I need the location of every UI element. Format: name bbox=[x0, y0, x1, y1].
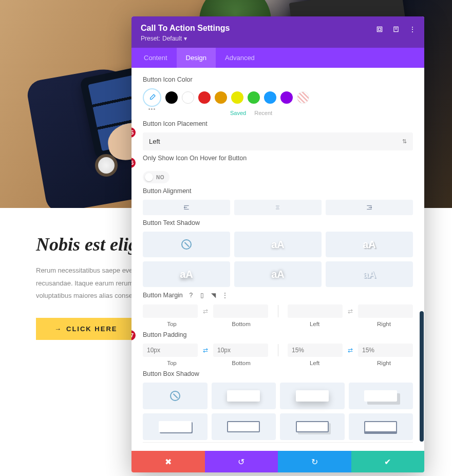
preset-selector[interactable]: Preset: Default ▾ bbox=[141, 35, 187, 42]
padding-bottom-input[interactable]: 10px bbox=[213, 344, 268, 357]
text-shadow-2[interactable]: aA bbox=[326, 232, 413, 257]
link-icon[interactable]: ⇄ bbox=[345, 308, 356, 315]
undo-icon: ↺ bbox=[238, 457, 244, 467]
box-shadow-none[interactable] bbox=[143, 383, 208, 409]
undo-button[interactable]: ↺ bbox=[205, 451, 278, 472]
swatch-black[interactable] bbox=[165, 91, 178, 104]
palette-tabs: Saved Recent bbox=[230, 110, 413, 116]
margin-bottom-input[interactable] bbox=[213, 304, 268, 318]
box-shadow-5[interactable] bbox=[212, 413, 276, 440]
tab-advanced[interactable]: Advanced bbox=[216, 48, 264, 68]
label-padding: Button Padding bbox=[143, 331, 413, 338]
margin-inputs: ⇄ ⇄ Top Bottom Left Right bbox=[143, 304, 413, 327]
text-shadow-none[interactable] bbox=[143, 232, 230, 257]
margin-top-input[interactable] bbox=[143, 304, 198, 318]
sizing-section-toggle[interactable]: Sizing ⌄ bbox=[143, 442, 413, 451]
box-shadow-3[interactable] bbox=[349, 383, 413, 409]
modal-footer: ✖ ↺ ↻ ✔ bbox=[131, 451, 424, 472]
padding-left-input[interactable]: 15% bbox=[288, 344, 343, 357]
box-shadow-6[interactable] bbox=[280, 413, 345, 440]
svg-rect-1 bbox=[379, 28, 381, 31]
save-button[interactable]: ✔ bbox=[351, 451, 425, 472]
swatch-purple[interactable] bbox=[280, 91, 293, 104]
align-center-button[interactable] bbox=[234, 200, 322, 215]
annotation-15: 15 bbox=[131, 127, 136, 138]
redo-button[interactable]: ↻ bbox=[278, 451, 351, 472]
swatch-none[interactable] bbox=[297, 91, 309, 104]
check-icon: ✔ bbox=[384, 457, 391, 467]
cta-label: CLICK HERE bbox=[66, 325, 117, 333]
expand-icon[interactable] bbox=[373, 23, 386, 36]
box-shadow-grid bbox=[143, 383, 413, 440]
text-shadow-grid: aA aA aA aA aA bbox=[143, 232, 413, 287]
color-swatch-row: ••• bbox=[143, 88, 413, 107]
none-icon bbox=[170, 391, 180, 401]
hover-icon[interactable]: ◥ bbox=[210, 291, 218, 299]
toggle-knob bbox=[145, 173, 153, 181]
padding-inputs: 10px ⇄ 10px 15% ⇄ 15% Top Bottom Left Ri… bbox=[143, 344, 413, 366]
swatch-yellow[interactable] bbox=[231, 91, 243, 104]
none-icon bbox=[181, 239, 192, 250]
chevron-down-icon: ▾ bbox=[184, 35, 187, 42]
label-alignment: Button Alignment bbox=[143, 187, 413, 195]
swatch-red[interactable] bbox=[198, 91, 211, 104]
swatch-white[interactable] bbox=[182, 91, 194, 104]
close-icon: ✖ bbox=[165, 457, 172, 467]
options-icon[interactable]: ⋮ bbox=[221, 291, 229, 299]
arrow-icon: → bbox=[54, 325, 62, 333]
annotation-16: 16 bbox=[131, 158, 136, 168]
more-dots-icon[interactable]: ••• bbox=[148, 106, 156, 112]
text-shadow-3[interactable]: aA bbox=[143, 261, 230, 287]
kebab-menu-icon[interactable]: ⋮ bbox=[406, 23, 419, 36]
label-icon-placement: Button Icon Placement bbox=[143, 120, 413, 127]
cta-button[interactable]: →CLICK HERE bbox=[36, 318, 136, 340]
svg-rect-0 bbox=[377, 27, 382, 31]
mobile-icon[interactable]: ▯ bbox=[198, 291, 206, 299]
link-icon[interactable]: ⇄ bbox=[200, 308, 211, 315]
annotation-17: 17 bbox=[131, 330, 136, 340]
guide-icon[interactable] bbox=[389, 23, 403, 36]
select-caret-icon: ⇅ bbox=[402, 138, 407, 145]
swatch-blue[interactable] bbox=[264, 91, 276, 104]
align-left-button[interactable] bbox=[143, 200, 230, 215]
swatch-orange[interactable] bbox=[215, 91, 227, 104]
text-shadow-1[interactable]: aA bbox=[234, 232, 322, 257]
margin-left-input[interactable] bbox=[288, 304, 343, 318]
box-shadow-7[interactable] bbox=[349, 413, 413, 440]
scrollbar[interactable] bbox=[420, 311, 424, 442]
link-icon[interactable]: ⇄ bbox=[345, 347, 356, 354]
tab-bar: Content Design Advanced bbox=[131, 48, 424, 68]
padding-right-input[interactable]: 15% bbox=[358, 344, 413, 357]
link-icon[interactable]: ⇄ bbox=[200, 347, 211, 354]
redo-icon: ↻ bbox=[311, 457, 318, 467]
tab-content[interactable]: Content bbox=[135, 48, 177, 68]
hover-icon-toggle[interactable]: NO bbox=[143, 171, 170, 183]
margin-right-input[interactable] bbox=[358, 304, 413, 318]
settings-panel[interactable]: Button Icon Color ••• Saved Recent Butto… bbox=[131, 68, 424, 451]
text-shadow-4[interactable]: aA bbox=[234, 261, 322, 287]
label-hover-icon: Only Show Icon On Hover for Button bbox=[143, 155, 413, 162]
cancel-button[interactable]: ✖ bbox=[131, 451, 205, 472]
label-icon-color: Button Icon Color bbox=[143, 76, 413, 83]
saved-tab[interactable]: Saved bbox=[230, 110, 246, 116]
recent-tab[interactable]: Recent bbox=[254, 110, 272, 116]
tab-design[interactable]: Design bbox=[177, 48, 216, 68]
label-margin: Button Margin ? ▯ ◥ ⋮ bbox=[143, 291, 413, 299]
settings-modal: Call To Action Settings Preset: Default … bbox=[131, 16, 424, 472]
modal-header: Call To Action Settings Preset: Default … bbox=[131, 16, 424, 48]
chevron-down-icon: ⌄ bbox=[407, 450, 413, 451]
swatch-green[interactable] bbox=[248, 91, 260, 104]
box-shadow-4[interactable] bbox=[143, 413, 208, 440]
box-shadow-2[interactable] bbox=[280, 383, 345, 409]
help-icon[interactable]: ? bbox=[187, 291, 195, 299]
box-shadow-1[interactable] bbox=[212, 383, 276, 409]
text-shadow-5[interactable]: aA bbox=[326, 261, 413, 287]
padding-top-input[interactable]: 10px bbox=[143, 344, 198, 357]
eyedropper-button[interactable]: ••• bbox=[143, 88, 161, 107]
label-box-shadow: Button Box Shadow bbox=[143, 370, 413, 377]
label-text-shadow: Button Text Shadow bbox=[143, 219, 413, 226]
align-right-button[interactable] bbox=[326, 200, 413, 215]
icon-placement-select[interactable]: Left ⇅ bbox=[143, 132, 413, 150]
